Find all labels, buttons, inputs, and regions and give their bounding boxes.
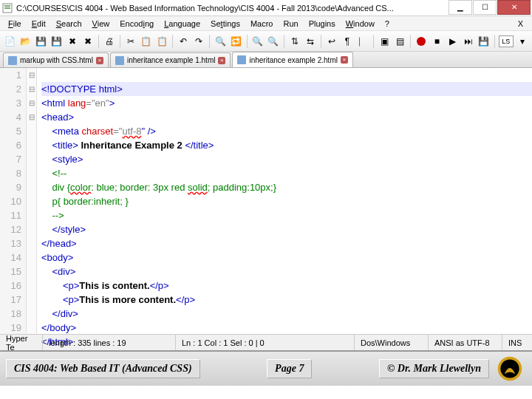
code-tag: > [109,98,115,109]
tab-close-icon[interactable]: × [218,57,225,64]
file-icon [237,55,246,64]
code-line: <!DOCTYPE html> [41,83,123,95]
tab-markup-css[interactable]: markup with CSS.html × [3,52,109,67]
code-tag: </head> [41,238,77,249]
tab-inheritance-1[interactable]: inheritance example 1.html × [110,52,231,67]
code-tag: </body> [41,322,76,333]
file-icon [8,56,17,65]
open-file-icon[interactable]: 📂 [18,34,32,49]
menu-run[interactable]: Run [278,18,303,30]
sync-v-icon[interactable]: ⇅ [288,34,301,49]
code-editor[interactable]: 12345678910111213141516171819 ⊟⊟ ⊟ ⊟ <!D… [0,68,532,334]
toolbar-separator [98,35,99,48]
new-file-icon[interactable]: 📄 [3,34,16,49]
save-macro-icon[interactable]: 💾 [477,34,491,49]
stop-icon[interactable]: ■ [430,34,443,49]
tab-close-icon[interactable]: × [96,57,103,64]
code-str: ="en" [86,98,109,109]
toolbar-separator [373,35,374,48]
title-bar: C:\COURSES\CIS 4004 - Web Based Informat… [0,0,532,16]
zoom-out-icon[interactable]: 🔍 [267,34,280,49]
code-tag: " /> [141,126,155,137]
close-button[interactable]: ✕ [497,0,531,15]
footer-author: © Dr. Mark Llewellyn [379,359,489,378]
menu-macro[interactable]: Macro [245,18,279,30]
code-comment: : blue; border: 3px red [91,182,188,193]
code-spellerr: color [70,182,91,193]
code-tag: </p> [150,280,169,291]
indent-guide-icon[interactable]: ⎸ [356,34,369,49]
dropdown-icon[interactable]: ▾ [516,34,529,49]
status-eol: Dos\Windows [355,335,429,350]
file-icon [115,56,124,65]
cut-icon[interactable]: ✂ [124,34,137,49]
svg-rect-1 [4,5,10,7]
menu-encoding[interactable]: Encoding [115,18,159,30]
redo-icon[interactable]: ↷ [192,34,205,49]
menu-help[interactable]: ? [380,18,395,30]
footer-course: CIS 4004: Web Based IT (Advanced CSS) [6,359,200,378]
play-icon[interactable]: ▶ [446,34,460,49]
tab-label: inheritance example 2.html [249,56,338,64]
code-comment: p{ border:inherit; } [41,196,129,207]
fold-gutter: ⊟⊟ ⊟ ⊟ [27,68,37,334]
menu-search[interactable]: Search [51,18,87,30]
sync-h-icon[interactable]: ⇆ [304,34,317,49]
code-attr: charset [79,126,113,137]
code-tag: </div> [41,308,78,319]
footer-page: Page 7 [267,359,312,378]
paste-icon[interactable]: 📋 [155,34,168,49]
status-bar: Hyper Te length : 335 lines : 19 Ln : 1 … [0,334,532,350]
code-comment: <!-- [41,168,66,179]
menu-close-doc[interactable]: X [513,18,529,30]
window-title: C:\COURSES\CIS 4004 - Web Based Informat… [16,4,448,13]
save-icon[interactable]: 💾 [34,34,47,49]
toolbar-separator [120,35,120,48]
maximize-button[interactable]: ☐ [473,0,497,15]
unfold-icon[interactable]: ▤ [393,34,406,49]
ls-button[interactable]: LS [499,35,514,47]
replace-icon[interactable]: 🔁 [229,34,242,49]
wordwrap-icon[interactable]: ↩ [325,34,338,49]
code-comment: div { [41,182,70,193]
menu-view[interactable]: View [87,18,115,30]
record-icon[interactable] [415,34,428,49]
code-spellerr: utf-8 [122,126,141,137]
code-area[interactable]: <!DOCTYPE html> <html lang="en"> <head> … [37,68,532,334]
save-all-icon[interactable]: 💾 [50,34,63,49]
minimize-button[interactable]: ▁ [449,0,472,15]
menu-plugins[interactable]: Plugins [304,18,341,30]
tab-close-icon[interactable]: × [341,56,348,64]
code-tag: <meta [41,126,79,137]
toolbar-separator [172,35,173,48]
undo-icon[interactable]: ↶ [177,34,190,49]
zoom-in-icon[interactable]: 🔍 [250,34,264,49]
menu-edit[interactable]: Edit [27,18,51,30]
code-spellerr: solid [188,182,208,193]
play-multi-icon[interactable]: ⏭ [462,34,475,49]
status-position: Ln : 1 Col : 1 Sel : 0 | 0 [176,335,355,350]
code-tag: <html [41,98,65,109]
toolbar-separator [284,35,284,48]
menu-settings[interactable]: Settings [205,18,245,30]
slide-footer: CIS 4004: Web Based IT (Advanced CSS) Pa… [0,350,532,386]
status-mode: INS [502,335,532,350]
menu-window[interactable]: Window [341,18,380,30]
copy-icon[interactable]: 📋 [140,34,153,49]
close-all-icon[interactable]: ✖ [81,34,95,49]
toolbar-separator [321,35,321,48]
print-icon[interactable]: 🖨 [103,34,116,49]
tab-inheritance-2[interactable]: inheritance example 2.html × [232,52,353,67]
menu-language[interactable]: Language [159,18,205,30]
code-tag: </p> [176,294,195,305]
close-file-icon[interactable]: ✖ [66,34,79,49]
toolbar: 📄 📂 💾 💾 ✖ ✖ 🖨 ✂ 📋 📋 ↶ ↷ 🔍 🔁 🔍 🔍 ⇅ ⇆ ↩ ¶ … [0,31,532,52]
code-comment: ; padding:10px;} [208,182,276,193]
menu-file[interactable]: File [3,18,27,30]
fold-icon[interactable]: ▣ [378,34,391,49]
find-icon[interactable]: 🔍 [214,34,227,49]
status-lang: Hyper Te [0,335,43,350]
code-tag: <head> [41,112,74,123]
show-all-icon[interactable]: ¶ [341,34,354,49]
svg-rect-2 [4,7,10,9]
